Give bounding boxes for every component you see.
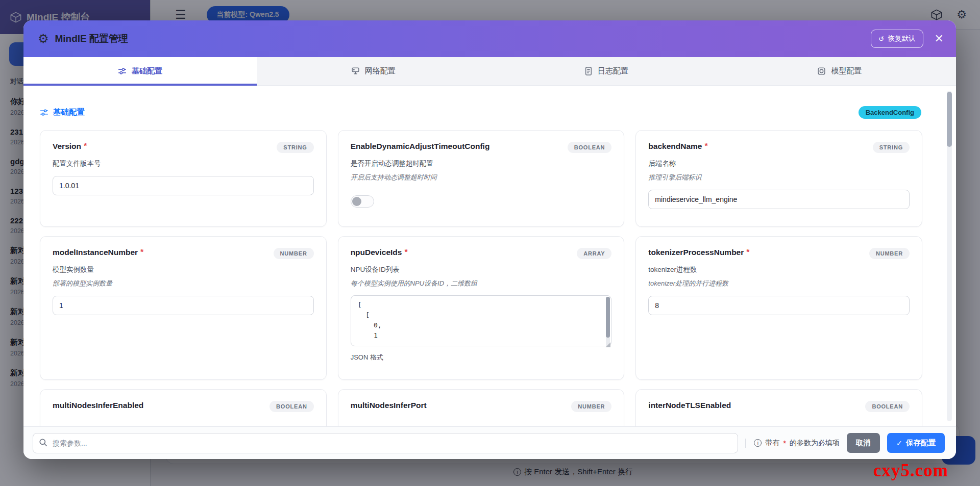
- type-badge: NUMBER: [274, 248, 314, 259]
- param-card-enable-dynamic-adjust: EnableDynamicAdjustTimeoutConfig BOOLEAN…: [338, 130, 625, 227]
- param-card-tokenizer-process-number: tokenizerProcessNumber * NUMBER tokenize…: [635, 236, 922, 380]
- backend-name-input[interactable]: [648, 190, 910, 209]
- param-grid: Version * STRING 配置文件版本号 EnableDynamicAd…: [40, 130, 936, 426]
- log-file-icon: [584, 67, 593, 75]
- modal-footer: i 带有 * 的参数为必填项 取消 ✓ 保存配置: [23, 426, 956, 459]
- tab-network-config[interactable]: 网络配置: [257, 57, 490, 85]
- info-icon: i: [754, 439, 762, 447]
- type-badge: NUMBER: [869, 248, 910, 259]
- type-badge: STRING: [873, 142, 910, 153]
- backend-config-badge: BackendConfig: [859, 106, 921, 119]
- gear-icon: ⚙: [38, 33, 49, 45]
- close-icon[interactable]: ✕: [935, 33, 944, 44]
- param-card-model-instance-number: modelInstanceNumber * NUMBER 模型实例数量 部署的模…: [40, 236, 327, 380]
- modal-scrollbar[interactable]: [947, 91, 952, 421]
- required-note: i 带有 * 的参数为必填项: [745, 439, 839, 448]
- screen: MindIE 控制台 对话历史 你好…2026/2/9 21:28:00 231…: [0, 0, 980, 486]
- version-input[interactable]: [53, 176, 314, 195]
- search-icon: [39, 438, 48, 447]
- param-card-version: Version * STRING 配置文件版本号: [40, 130, 327, 227]
- tokenizer-process-number-input[interactable]: [648, 296, 910, 315]
- param-card-multi-nodes-infer-enabled: multiNodesInferEnabled BOOLEAN: [40, 389, 327, 426]
- save-config-button[interactable]: ✓ 保存配置: [887, 433, 945, 453]
- search-input[interactable]: [33, 433, 738, 453]
- modal-tabs: 基础配置 网络配置 日志配置 模型配置: [23, 57, 956, 86]
- check-icon: ✓: [896, 439, 902, 447]
- modal-header: ⚙ MindIE 配置管理 ↺ 恢复默认 ✕: [23, 20, 956, 57]
- type-badge: BOOLEAN: [270, 401, 314, 412]
- modal-title: ⚙ MindIE 配置管理: [38, 32, 128, 45]
- network-icon: [351, 67, 360, 75]
- tab-basic-config[interactable]: 基础配置: [23, 57, 257, 85]
- section-title: 基础配置: [40, 107, 85, 118]
- npu-device-ids-textarea[interactable]: [ [ 0, 1: [351, 295, 612, 346]
- type-badge: BOOLEAN: [568, 142, 612, 153]
- param-card-inter-node-tls-enabled: interNodeTLSEnabled BOOLEAN: [635, 389, 922, 426]
- required-star: *: [704, 142, 707, 151]
- restore-icon: ↺: [878, 35, 884, 43]
- textarea-scrollbar[interactable]: [606, 297, 610, 347]
- model-instance-number-input[interactable]: [53, 296, 314, 315]
- param-card-multi-nodes-infer-port: multiNodesInferPort NUMBER: [338, 389, 625, 426]
- required-star: *: [746, 248, 749, 257]
- model-icon: [817, 67, 826, 75]
- watermark: cxy5.com: [873, 461, 948, 481]
- sliders-icon: [118, 67, 127, 75]
- required-star: *: [140, 248, 143, 257]
- json-format-note: JSON 格式: [351, 353, 612, 362]
- type-badge: NUMBER: [571, 401, 611, 412]
- restore-defaults-button[interactable]: ↺ 恢复默认: [871, 30, 923, 48]
- sliders-icon: [40, 108, 48, 117]
- type-badge: BOOLEAN: [865, 401, 910, 412]
- toggle-switch-off[interactable]: [351, 195, 374, 208]
- required-star: *: [404, 248, 407, 257]
- cancel-button[interactable]: 取消: [847, 433, 880, 453]
- scrollbar-thumb[interactable]: [947, 92, 952, 147]
- modal-body: 基础配置 BackendConfig Version * STRING 配置文件…: [23, 86, 956, 426]
- param-card-npu-device-ids: npuDeviceIds * ARRAY NPU设备ID列表 每个模型实例使用的…: [338, 236, 625, 380]
- type-badge: STRING: [277, 142, 313, 153]
- toggle-knob: [352, 197, 361, 206]
- config-modal: ⚙ MindIE 配置管理 ↺ 恢复默认 ✕ 基础配置 网络配置: [23, 20, 956, 459]
- tab-model-config[interactable]: 模型配置: [723, 57, 956, 85]
- param-card-backend-name: backendName * STRING 后端名称 推理引擎后端标识: [635, 130, 922, 227]
- required-star: *: [84, 142, 87, 151]
- tab-log-config[interactable]: 日志配置: [490, 57, 723, 85]
- type-badge: ARRAY: [577, 248, 611, 259]
